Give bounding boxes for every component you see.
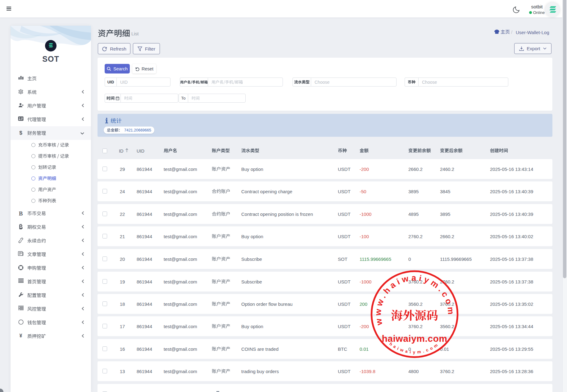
svg-text:www.haiwaiym.com: www.haiwaiym.com (373, 273, 456, 326)
